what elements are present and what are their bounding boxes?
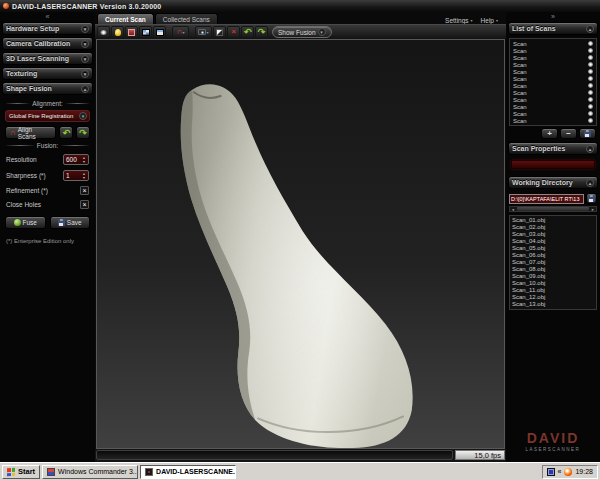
chevron-up-icon[interactable]: ▴ xyxy=(586,25,594,33)
chevron-down-icon[interactable]: ▾ xyxy=(81,25,89,33)
visibility-eye-icon[interactable] xyxy=(588,55,593,60)
view-split-button[interactable] xyxy=(153,26,166,38)
alignment-mode-dropdown[interactable]: Global Fine Registration ▾ xyxy=(5,110,90,122)
collapse-right-panel-button[interactable]: » xyxy=(506,12,600,21)
visibility-eye-icon[interactable] xyxy=(588,76,593,81)
chevron-up-icon[interactable]: ▴ xyxy=(586,145,594,153)
view-grid-button[interactable] xyxy=(139,26,152,38)
scan-list[interactable]: Scan Scan Scan Scan xyxy=(509,38,597,126)
scan-list-item[interactable]: Scan xyxy=(511,68,595,75)
scan-file-item[interactable]: Scan_09.obj xyxy=(512,273,594,280)
visibility-eye-icon[interactable] xyxy=(588,69,593,74)
add-scan-button[interactable]: + xyxy=(541,128,558,139)
delete-scan-button[interactable]: × xyxy=(227,26,240,38)
chevron-up-icon[interactable]: ▴ xyxy=(586,179,594,187)
scan-file-item[interactable]: Scan_04.obj xyxy=(512,238,594,245)
menu-help[interactable]: Help▾ xyxy=(481,17,498,24)
taskbar-item-david-laserscanner[interactable]: DAVID-LASERSCANNE... xyxy=(140,465,236,479)
sidebar-section-texturing[interactable]: Texturing ▾ xyxy=(2,67,93,80)
sidebar-section-3d-laser-scanning[interactable]: 3D Laser Scanning ▾ xyxy=(2,52,93,65)
scan-file-item[interactable]: Scan_01.obj xyxy=(512,217,594,224)
scan-list-item[interactable]: Scan xyxy=(511,82,595,89)
save-scan-button[interactable] xyxy=(579,128,596,139)
scan-file-item[interactable]: Scan_07.obj xyxy=(512,259,594,266)
show-fusion-button[interactable]: Show Fusion ▾ xyxy=(272,26,332,38)
chevron-up-icon[interactable]: ▴ xyxy=(81,85,89,93)
scan-file-item[interactable]: Scan_03.obj xyxy=(512,231,594,238)
visibility-eye-icon[interactable] xyxy=(588,90,593,95)
scroll-left-icon[interactable]: ◂ xyxy=(510,207,516,212)
scan-list-item[interactable]: Scan xyxy=(511,61,595,68)
light-tool-button[interactable] xyxy=(111,26,124,38)
scan-file-item[interactable]: Scan_02.obj xyxy=(512,224,594,231)
visibility-eye-icon[interactable] xyxy=(588,118,593,123)
scan-list-item[interactable]: Scan xyxy=(511,47,595,54)
contrast-tool-button[interactable] xyxy=(213,26,226,38)
visibility-eye-icon[interactable] xyxy=(588,62,593,67)
visibility-eye-icon[interactable] xyxy=(588,104,593,109)
background-tool-button[interactable] xyxy=(125,26,138,38)
chevron-down-icon[interactable]: ▾ xyxy=(81,55,89,63)
scan-file-item[interactable]: Scan_13.obj xyxy=(512,301,594,308)
3d-viewport[interactable] xyxy=(96,39,505,449)
scan-list-item[interactable]: Scan xyxy=(511,103,595,110)
refinement-checkbox[interactable]: × xyxy=(80,186,89,195)
remove-scan-button[interactable]: − xyxy=(560,128,577,139)
chevron-down-icon[interactable]: ▾ xyxy=(81,40,89,48)
scan-file-list[interactable]: Scan_01.obj Scan_02.obj Scan_03.obj Scan… xyxy=(509,215,597,310)
start-button[interactable]: Start xyxy=(2,465,40,479)
tab-current-scan[interactable]: Current Scan xyxy=(97,13,154,24)
scan-list-item[interactable]: Scan xyxy=(511,40,595,47)
section-list-of-scans[interactable]: List of Scans ▴ xyxy=(508,22,598,35)
scan-list-item[interactable]: Scan xyxy=(511,110,595,117)
scan-file-item[interactable]: Scan_06.obj xyxy=(512,252,594,259)
visibility-eye-icon[interactable] xyxy=(588,48,593,53)
scan-file-item[interactable]: Scan_11.obj xyxy=(512,287,594,294)
section-working-directory[interactable]: Working Directory ▴ xyxy=(508,176,598,189)
browse-directory-button[interactable] xyxy=(586,193,597,204)
section-scan-properties[interactable]: Scan Properties ▴ xyxy=(508,142,598,155)
resolution-input[interactable]: 600 ▲ ▼ xyxy=(63,154,89,165)
visibility-eye-icon[interactable] xyxy=(588,111,593,116)
scan-list-item[interactable]: Scan xyxy=(511,75,595,82)
redo-button[interactable]: ↷ xyxy=(76,126,90,139)
undo-button[interactable]: ↶ xyxy=(59,126,73,139)
visibility-eye-icon[interactable] xyxy=(588,83,593,88)
resolution-stepper[interactable]: ▲ ▼ xyxy=(80,156,88,164)
scrollbar-thumb[interactable] xyxy=(517,207,589,211)
chevron-down-icon[interactable]: ▾ xyxy=(81,70,89,78)
scroll-right-icon[interactable]: ▸ xyxy=(590,207,596,212)
visibility-eye-icon[interactable] xyxy=(588,41,593,46)
align-scans-button[interactable]: ∩ Align Scans xyxy=(5,126,56,139)
menu-settings[interactable]: Settings▾ xyxy=(445,17,473,24)
redo-tool-button[interactable]: ↷ xyxy=(255,26,268,38)
scan-list-item[interactable]: Scan xyxy=(511,54,595,61)
visibility-tool-button[interactable] xyxy=(97,26,110,38)
fuse-button[interactable]: Fuse xyxy=(5,216,46,229)
align-tool-button[interactable]: ∩ ▾ xyxy=(172,26,189,38)
visibility-eye-icon[interactable] xyxy=(588,97,593,102)
path-scrollbar[interactable]: ◂ ▸ xyxy=(509,206,597,212)
collapse-left-panel-button[interactable]: « xyxy=(0,12,95,21)
scan-file-item[interactable]: Scan_05.obj xyxy=(512,245,594,252)
speaker-icon[interactable]: « xyxy=(558,468,562,475)
working-directory-path-input[interactable]: D:\[0]\KAPTAFA\ELIT RT\13 xyxy=(509,194,584,204)
scan-list-item[interactable]: Scan xyxy=(511,96,595,103)
scan-file-item[interactable]: Scan_12.obj xyxy=(512,294,594,301)
camera-tool-button[interactable]: ▾ xyxy=(195,26,212,38)
tab-collected-scans[interactable]: Collected Scans xyxy=(155,13,218,24)
sharpness-stepper[interactable]: ▲ ▼ xyxy=(80,172,88,180)
sidebar-section-hardware-setup[interactable]: Hardware Setup ▾ xyxy=(2,22,93,35)
keyboard-layout-icon[interactable] xyxy=(547,468,555,476)
taskbar-item-windows-commander[interactable]: Windows Commander 3.... xyxy=(42,465,138,479)
sidebar-section-shape-fusion[interactable]: Shape Fusion ▴ xyxy=(2,82,93,95)
undo-tool-button[interactable]: ↶ xyxy=(241,26,254,38)
tray-app-icon[interactable] xyxy=(564,468,572,476)
scan-file-item[interactable]: Scan_08.obj xyxy=(512,266,594,273)
scan-file-item[interactable]: Scan_10.obj xyxy=(512,280,594,287)
sidebar-section-camera-calibration[interactable]: Camera Calibration ▾ xyxy=(2,37,93,50)
chevron-down-icon[interactable]: ▾ xyxy=(79,112,87,120)
scan-list-item[interactable]: Scan xyxy=(511,117,595,124)
scan-list-item[interactable]: Scan xyxy=(511,89,595,96)
save-fusion-button[interactable]: Save xyxy=(50,216,91,229)
